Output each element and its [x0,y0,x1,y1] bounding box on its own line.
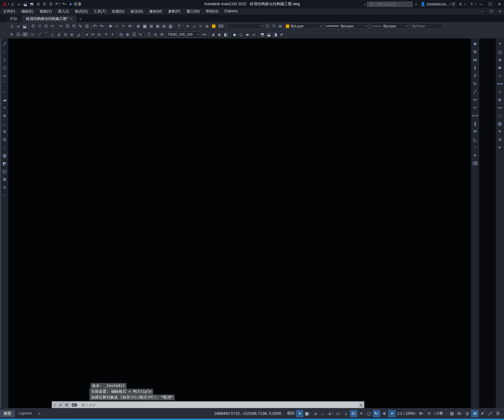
tssd-style-combo[interactable]: TSSD_100_100▾ [166,31,200,37]
clean-screen-icon[interactable]: ⤢ [487,410,494,417]
dynamic-ucs-icon[interactable]: ⊕ [381,410,388,417]
break-icon[interactable]: ∦ [472,120,478,127]
cut-icon[interactable]: ✂ [58,23,64,29]
selection-cycling-icon[interactable]: ↻▾ [373,410,380,417]
lineweight-combo[interactable]: ByLayer▾ [371,23,409,29]
annotation-scale-control[interactable]: 1:1 / 100%▾ [396,410,417,417]
dim-linear-icon[interactable]: ⊢ [30,31,36,38]
menu-修改M[interactable]: 修改(M) [146,8,165,15]
dim-quick-icon[interactable]: ⌖ [103,31,109,38]
layer-combo[interactable]: ▾ [226,23,263,29]
layer-iso-icon[interactable]: ⊟ [161,23,167,29]
match-properties-icon[interactable]: ✎ [77,23,84,29]
join-icon[interactable]: ⨝ [472,128,478,135]
tab-active-drawing[interactable]: 砖混结构粮仓结构施工图*× [22,15,77,22]
dim-continue-icon[interactable]: ⊩ [97,31,103,38]
zoom-window-icon[interactable]: ⌗ [120,23,127,29]
layer-walk-icon[interactable]: ⊞ [148,23,154,29]
transparency-icon[interactable]: ▢ [365,410,373,417]
dim-wave-icon[interactable]: ∿ [137,31,144,38]
light-group-icon[interactable]: ⚹ [184,23,191,29]
named-view-icon[interactable]: ◫ [497,48,503,55]
make-block-icon[interactable]: ⊡ [2,136,8,143]
drawing-canvas[interactable]: 命令: _textedit 当前设置: 编辑模式 = Multiple 选择注释… [9,39,471,408]
tssd-erase-icon[interactable]: ⌫ [21,31,28,38]
frame-icon[interactable]: ⌑ [197,23,204,29]
audit-icon[interactable]: ✔ [497,144,503,151]
dim-ordinate-icon[interactable]: ⊥ [49,31,56,38]
sun-icon[interactable]: ☼ [191,23,197,29]
gradient-icon[interactable]: ◩ [2,160,8,167]
grid-icon[interactable]: # [296,410,303,417]
batch-print-icon[interactable]: ⌬ [84,23,90,29]
menu-帮助H[interactable]: 帮助(H) [203,8,222,15]
spline-icon[interactable]: ∿ [2,104,8,111]
fillet-icon[interactable]: ◝ [472,144,478,151]
lineweight-icon[interactable]: ≡ [358,410,365,417]
list-icon[interactable]: ≣ [497,96,503,103]
dim-angular-icon[interactable]: ◿ [75,31,81,38]
revcloud-icon[interactable]: ☁ [2,96,8,103]
new-file-icon[interactable]: ▯ [9,1,16,8]
share-view-icon[interactable]: ⌲ [49,23,56,29]
rectangle-icon[interactable]: ▭ [2,72,8,79]
undo-icon[interactable]: ↶▾ [54,1,61,8]
help-icon[interactable]: ? [468,1,475,8]
search-icon[interactable]: ⌕ [413,1,419,8]
tssd-edit-icon[interactable]: ✎ [9,31,15,38]
chamfer-icon[interactable]: ◺ [472,136,478,143]
mask-icon[interactable]: ▰ [244,31,251,38]
menu-工具T[interactable]: 工具(T) [91,8,109,15]
plot-icon[interactable]: ⎙ [30,23,36,29]
units-control[interactable]: ⍿小数▾ [433,410,448,417]
layer-paint-icon[interactable]: ⬓ [266,31,272,38]
arc-icon[interactable]: ⌒ [2,80,8,87]
model-space-toggle[interactable]: 模型 [286,410,296,417]
layer-on-icon[interactable]: ⬒ [259,31,266,38]
menu-插入I[interactable]: 插入(I) [55,8,72,15]
polygon-icon[interactable]: ⬠ [2,64,8,71]
menu-标注N[interactable]: 标注(N) [127,8,146,15]
print-icon[interactable]: ⎘ [48,1,54,8]
workspace-gear-icon[interactable]: ⚙▾ [418,410,425,417]
app-store-cart-icon[interactable]: 🛒 [450,1,457,8]
doc-close-icon[interactable]: ✕ [495,9,504,13]
publish-icon[interactable]: ⎗ [43,23,49,29]
dim-diameter-icon[interactable]: ⊘ [69,31,75,38]
block-insert-icon[interactable]: ◧ [223,31,229,38]
isolate-objects-icon[interactable]: ◎ [464,410,471,417]
save-as-icon[interactable]: ⬒ [28,1,35,8]
point-icon[interactable]: ∴ [2,144,8,151]
layer-make-current-icon[interactable]: ⍇ [264,23,271,29]
mirror-icon[interactable]: ⋈ [472,56,478,63]
open-icon[interactable]: ▱ [15,23,21,29]
save-icon[interactable]: ⬓ [22,1,28,8]
ellipse-icon[interactable]: ⊜ [2,112,8,119]
layout-tab-model[interactable]: 模型 [0,410,15,418]
rotate-icon[interactable]: ↻ [472,80,478,87]
purge-icon[interactable]: ⊘ [497,136,503,143]
ucs-icon[interactable]: ⌖ [497,40,503,47]
infer-constraints-icon[interactable]: ⊿ [312,410,319,417]
polyline-icon[interactable]: ⌇ [2,56,8,63]
erase-icon[interactable]: ⌫ [472,160,478,167]
cmd-expand-icon[interactable]: ▲ [360,403,362,407]
linetype-combo[interactable]: ByLayer▾ [324,23,369,29]
menu-视图V[interactable]: 视图(V) [36,8,55,15]
tab-close-icon[interactable]: × [70,17,72,21]
pan-icon[interactable]: ✥ [107,23,114,29]
osnap-tracking-icon[interactable]: ⊥ [342,410,350,417]
pan-icon[interactable]: ✥ [497,64,503,71]
menu-格式O[interactable]: 格式(O) [72,8,91,15]
line-icon[interactable]: ╱ [2,40,8,47]
command-input-bar[interactable]: ⣿ ✕ ⚒ >_ ▾ 键入命令 ▲ [52,401,364,409]
help-icon[interactable]: ? [176,23,182,29]
search-input[interactable] [367,2,413,7]
scale-icon[interactable]: ⤢ [472,88,478,95]
dim-block-icon[interactable]: ⊡ [118,31,124,38]
move-icon[interactable]: ✥ [472,40,478,47]
orbit-icon[interactable]: ⊕ [497,56,503,63]
menu-编辑E[interactable]: 编辑(E) [18,8,36,15]
object-snap-icon[interactable]: ⊙▾ [350,410,357,417]
fill-icon[interactable]: ◆ [231,31,238,38]
